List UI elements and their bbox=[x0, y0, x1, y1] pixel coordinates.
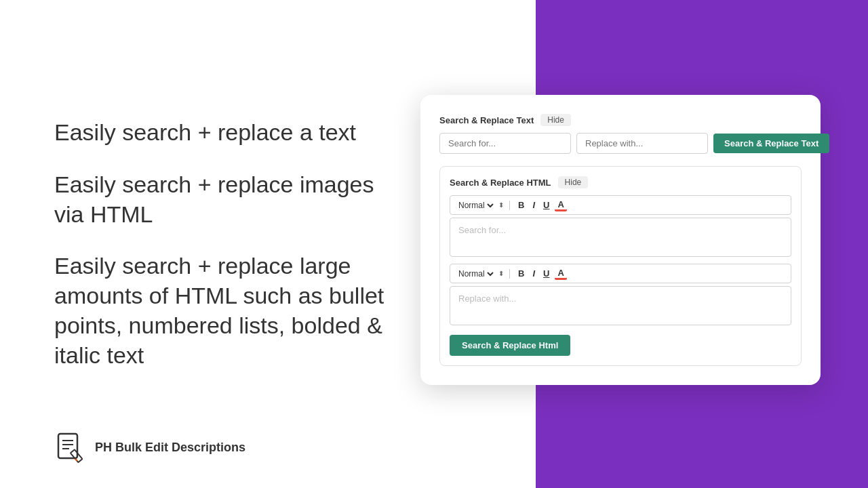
html-replace-bold-button[interactable]: B bbox=[515, 268, 527, 279]
html-search-italic-button[interactable]: I bbox=[530, 199, 538, 211]
html-replace-italic-button[interactable]: I bbox=[530, 268, 538, 279]
html-replace-underline-button[interactable]: U bbox=[540, 268, 552, 279]
html-section-title: Search & Replace HTML bbox=[450, 178, 551, 188]
html-section-header: Search & Replace HTML Hide bbox=[450, 176, 791, 188]
html-replace-editor[interactable]: Replace with... bbox=[450, 286, 791, 325]
html-replace-toolbar: Normal ⬍ B I U A bbox=[450, 264, 791, 283]
text-search-row: Search & Replace Text bbox=[439, 133, 802, 154]
html-replace-color-button[interactable]: A bbox=[555, 267, 566, 280]
html-replace-format-select[interactable]: Normal bbox=[456, 268, 496, 279]
app-logo-icon bbox=[54, 431, 87, 464]
logo-area: PH Bulk Edit Descriptions bbox=[54, 431, 245, 464]
feature-text-2: Easily search + replace images via HTML bbox=[54, 169, 407, 229]
html-search-editor[interactable]: Search for... bbox=[450, 218, 791, 257]
text-section-title: Search & Replace Text bbox=[439, 115, 534, 125]
ui-card: Search & Replace Text Hide Search & Repl… bbox=[420, 95, 821, 385]
html-search-underline-button[interactable]: U bbox=[540, 199, 552, 211]
chevron-icon-2: ⬍ bbox=[498, 270, 504, 277]
text-section-header: Search & Replace Text Hide bbox=[439, 114, 802, 126]
left-content-area: Easily search + replace a text Easily se… bbox=[0, 0, 448, 488]
logo-text: PH Bulk Edit Descriptions bbox=[95, 441, 245, 455]
text-section-hide-button[interactable]: Hide bbox=[540, 114, 571, 126]
html-search-placeholder: Search for... bbox=[458, 225, 506, 235]
html-search-toolbar: Normal ⬍ B I U A bbox=[450, 195, 791, 215]
html-section: Search & Replace HTML Hide Normal ⬍ B I … bbox=[439, 166, 802, 366]
chevron-icon: ⬍ bbox=[498, 201, 504, 209]
html-section-hide-button[interactable]: Hide bbox=[558, 176, 589, 188]
text-replace-input[interactable] bbox=[576, 133, 708, 154]
html-search-format-select[interactable]: Normal bbox=[456, 200, 496, 211]
svg-rect-0 bbox=[58, 434, 77, 458]
html-search-replace-button[interactable]: Search & Replace Html bbox=[450, 335, 570, 356]
html-search-bold-button[interactable]: B bbox=[515, 199, 527, 211]
feature-text-3: Easily search + replace large amounts of… bbox=[54, 251, 407, 371]
text-search-input[interactable] bbox=[439, 133, 571, 154]
feature-text-1: Easily search + replace a text bbox=[54, 117, 407, 147]
text-search-replace-button[interactable]: Search & Replace Text bbox=[713, 134, 829, 153]
toolbar-divider-1 bbox=[509, 201, 510, 210]
svg-line-5 bbox=[75, 459, 77, 461]
html-replace-placeholder: Replace with... bbox=[458, 293, 516, 304]
html-search-color-button[interactable]: A bbox=[555, 199, 566, 211]
toolbar-divider-2 bbox=[509, 269, 510, 279]
